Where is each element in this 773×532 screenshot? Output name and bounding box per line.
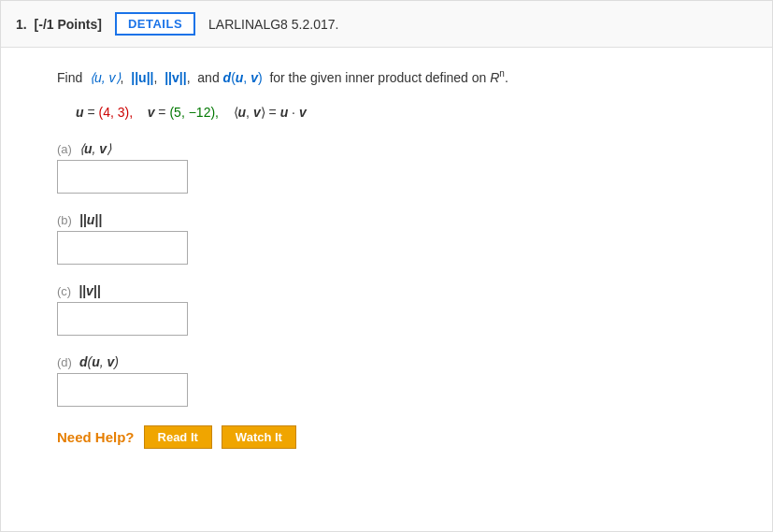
dist-label: d(u, v) [223, 70, 263, 85]
question-header: 1. [-/1 Points] DETAILS LARLINALG8 5.2.0… [1, 1, 772, 48]
inner-product-def: ⟨u, v⟩ = u · v [234, 105, 307, 120]
part-d-input[interactable] [57, 373, 188, 407]
question-id: LARLINALG8 5.2.017. [208, 17, 338, 32]
part-c: (c) ||v|| [57, 283, 716, 336]
question-body: Find ⟨u, v⟩, ||u||, ||v||, and d(u, v) f… [1, 48, 772, 471]
part-a-math: ⟨u, v⟩ [79, 141, 111, 156]
part-a-input[interactable] [57, 160, 188, 194]
norm-u: ||u|| [131, 70, 153, 85]
part-d-math: d(u, v) [79, 354, 119, 369]
u-label: u [76, 105, 84, 120]
points-text: [-/1 Points] [35, 17, 102, 32]
part-c-math: ||v|| [79, 283, 100, 298]
part-b: (b) ||u|| [57, 212, 716, 265]
part-b-label: (b) ||u|| [57, 212, 716, 227]
part-a-letter: (a) [57, 142, 72, 156]
part-d-label: (d) d(u, v) [57, 354, 716, 369]
equals-v: = [158, 105, 169, 120]
equals-u: = [87, 105, 98, 120]
part-a-label: (a) ⟨u, v⟩ [57, 141, 716, 156]
part-b-letter: (b) [57, 213, 72, 227]
part-c-label: (c) ||v|| [57, 283, 716, 298]
u-value: (4, 3), [99, 105, 134, 120]
Rn: Rn [490, 70, 505, 85]
part-c-input[interactable] [57, 302, 188, 336]
need-help-label: Need Help? [57, 429, 135, 445]
part-a: (a) ⟨u, v⟩ [57, 141, 716, 194]
problem-statement: Find ⟨u, v⟩, ||u||, ||v||, and d(u, v) f… [57, 66, 716, 88]
read-it-button[interactable]: Read It [144, 425, 212, 449]
uv-inner: ⟨u, v⟩ [90, 70, 121, 85]
need-help-row: Need Help? Read It Watch It [57, 425, 716, 449]
given-values: u = (4, 3), v = (5, −12), ⟨u, v⟩ = u · v [57, 101, 716, 124]
part-c-letter: (c) [57, 284, 71, 298]
v-value: (5, −12), [169, 105, 219, 120]
part-b-input[interactable] [57, 231, 188, 265]
norm-v: ||v|| [165, 70, 186, 85]
watch-it-button[interactable]: Watch It [222, 425, 296, 449]
details-button[interactable]: DETAILS [115, 12, 195, 36]
part-d: (d) d(u, v) [57, 354, 716, 407]
question-number: 1. [-/1 Points] [16, 17, 102, 32]
number-text: 1. [16, 17, 27, 32]
v-label: v [148, 105, 155, 120]
part-d-letter: (d) [57, 355, 72, 369]
part-b-math: ||u|| [79, 212, 102, 227]
